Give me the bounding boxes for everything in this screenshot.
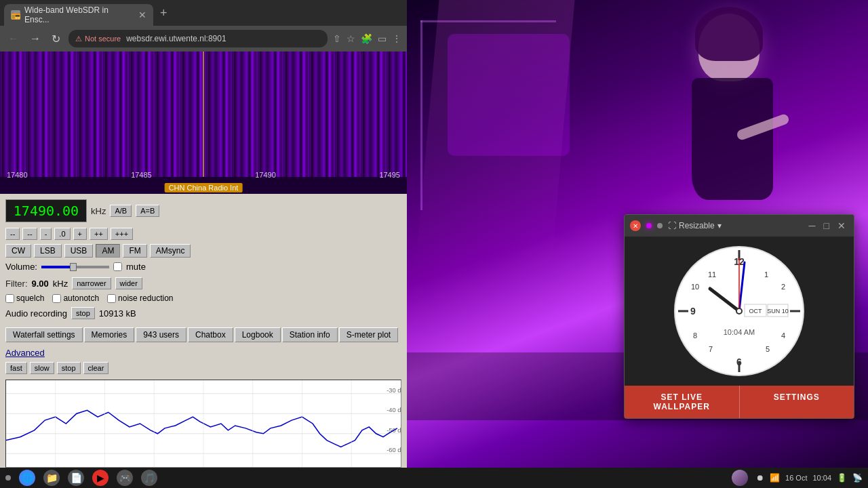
noise-reduction-checkbox[interactable] <box>107 294 116 303</box>
volume-slider[interactable] <box>41 266 109 268</box>
address-bar: ← → ↻ ⚠ Not secure websdr.ewi.utwente.nl… <box>0 26 407 52</box>
svg-text:10:04 AM: 10:04 AM <box>724 328 755 336</box>
waterfall-display[interactable]: 17480 17485 17490 17495 CHN China Radio … <box>0 52 407 194</box>
step-row: -- -- - .0 + ++ +++ <box>5 228 401 240</box>
clock-titlebar: ✕ ⛶ Resizable ▾ ─ □ ✕ <box>625 215 854 237</box>
mute-label: mute <box>126 262 146 272</box>
step-plus[interactable]: + <box>73 228 87 240</box>
url-text: websdr.ewi.utwente.nl:8901 <box>126 34 226 43</box>
step-minus[interactable]: -- <box>22 228 37 240</box>
options-row: squelch autonotch noise reduction <box>5 293 401 303</box>
squelch-checkbox[interactable] <box>5 294 14 303</box>
svg-text:6: 6 <box>736 357 742 367</box>
filter-row: Filter: 9.00 kHz narrower wider <box>5 277 401 289</box>
wider-btn[interactable]: wider <box>115 277 142 289</box>
ba-button[interactable]: A=B <box>136 205 159 217</box>
new-tab-btn[interactable]: + <box>155 6 173 20</box>
filter-label: Filter: <box>5 279 28 289</box>
network-icon[interactable]: 📶 <box>770 473 780 483</box>
step-point[interactable]: .0 <box>54 228 70 240</box>
url-bar[interactable]: ⚠ Not secure websdr.ewi.utwente.nl:8901 <box>68 30 328 47</box>
taskbar-files[interactable]: 📁 <box>43 470 60 486</box>
ab-button[interactable]: A/B <box>110 205 132 217</box>
close-btn[interactable]: ✕ <box>835 220 848 231</box>
frequency-display[interactable]: 17490.00 <box>5 199 87 222</box>
autonotch-checkbox[interactable] <box>52 294 61 303</box>
status-dot <box>646 223 652 228</box>
tab-waterfall-settings[interactable]: Waterfall settings <box>5 327 83 342</box>
clear-btn[interactable]: clear <box>83 362 109 374</box>
svg-text:5: 5 <box>766 345 770 353</box>
battery-icon: 🔋 <box>837 473 847 483</box>
mode-fm[interactable]: FM <box>123 244 146 258</box>
window-light <box>416 0 575 271</box>
step-m[interactable]: - <box>40 228 52 240</box>
stop-btn[interactable]: stop <box>57 362 81 374</box>
svg-text:-40 dB: -40 dB <box>387 407 401 413</box>
step-plusplusplus[interactable]: +++ <box>111 228 133 240</box>
user-avatar[interactable] <box>732 470 748 486</box>
clock-svg: 12 3 6 9 1 2 4 5 7 8 10 11 OCT <box>671 243 807 379</box>
step-plusplus[interactable]: ++ <box>90 228 108 240</box>
tab-chatbox[interactable]: Chatbox <box>188 327 233 342</box>
desktop-wallpaper: ✕ ⛶ Resizable ▾ ─ □ ✕ <box>407 0 868 468</box>
settings-btn[interactable]: SETTINGS <box>740 386 854 418</box>
taskbar-system-icons: ⏺ 📶 16 Oct 10:04 🔋 📡 <box>756 473 863 483</box>
narrower-btn[interactable]: narrower <box>72 277 111 289</box>
forward-btn[interactable]: → <box>27 31 43 46</box>
tab-smeter-plot[interactable]: S-meter plot <box>339 327 398 342</box>
audio-recording-row: Audio recording stop 10913 kB <box>5 307 401 319</box>
minimize-btn[interactable]: ─ <box>806 220 818 231</box>
taskbar-docs[interactable]: 📄 <box>68 470 84 486</box>
extension-icon[interactable]: 🧩 <box>361 33 372 44</box>
resizable-label: ⛶ Resizable ▾ <box>668 221 722 230</box>
tab-favicon: 📻 <box>11 10 20 20</box>
volume-thumb <box>70 263 77 271</box>
slow-btn[interactable]: slow <box>30 362 54 374</box>
tab-logbook[interactable]: Logbook <box>235 327 281 342</box>
refresh-btn[interactable]: ↻ <box>49 31 63 47</box>
frequency-row: 17490.00 kHz A/B A=B <box>5 199 401 222</box>
maximize-btn[interactable]: □ <box>821 220 832 231</box>
clock-footer: SET LIVE WALLPAPER SETTINGS <box>625 386 854 418</box>
tab-close-btn[interactable]: ✕ <box>138 9 146 20</box>
svg-text:10: 10 <box>691 283 699 291</box>
mode-am[interactable]: AM <box>96 244 120 258</box>
taskbar-youtube[interactable]: ▶ <box>92 470 108 486</box>
step-minusminus[interactable]: -- <box>5 228 20 240</box>
mode-lsb[interactable]: LSB <box>34 244 62 258</box>
tab-memories[interactable]: Memories <box>84 327 135 342</box>
taskbar-music[interactable]: 🎵 <box>141 470 157 486</box>
share-icon[interactable]: ⇧ <box>333 33 341 44</box>
window-controls: ─ □ ✕ <box>806 220 848 231</box>
autonotch-item[interactable]: autonotch <box>52 293 99 303</box>
autonotch-label: autonotch <box>63 293 99 303</box>
taskbar: 🌐 📁 📄 ▶ 🎮 🎵 ⏺ 📶 16 Oct 10:04 🔋 📡 <box>0 468 868 488</box>
mode-usb[interactable]: USB <box>64 244 94 258</box>
svg-text:11: 11 <box>708 270 716 279</box>
squelch-item[interactable]: squelch <box>5 293 44 303</box>
menu-icon[interactable]: ⋮ <box>392 33 401 44</box>
svg-text:7: 7 <box>709 345 713 353</box>
mode-amsync[interactable]: AMsync <box>150 244 191 258</box>
wifi-icon[interactable]: 📡 <box>852 473 863 483</box>
record-icon: ⏺ <box>756 473 764 483</box>
mode-cw[interactable]: CW <box>5 244 31 258</box>
cast-icon[interactable]: ▭ <box>378 33 387 44</box>
active-tab[interactable]: 📻 Wide-band WebSDR in Ensc... ✕ <box>4 4 153 26</box>
noise-reduction-item[interactable]: noise reduction <box>107 293 173 303</box>
fast-btn[interactable]: fast <box>5 362 27 374</box>
close-window-btn[interactable]: ✕ <box>630 220 641 231</box>
tab-station-info[interactable]: Station info <box>282 327 338 342</box>
set-live-wallpaper-btn[interactable]: SET LIVE WALLPAPER <box>625 386 740 418</box>
smeter-svg: -30 dB -40 dB -50 dB -60 dB <box>6 380 401 467</box>
tab-bar: 📻 Wide-band WebSDR in Ensc... ✕ + <box>0 0 407 26</box>
mute-checkbox[interactable] <box>113 262 122 271</box>
bookmark-icon[interactable]: ☆ <box>347 33 355 44</box>
back-btn[interactable]: ← <box>5 31 22 46</box>
taskbar-chrome[interactable]: 🌐 <box>19 470 35 486</box>
taskbar-play[interactable]: 🎮 <box>117 470 133 486</box>
tab-users[interactable]: 943 users <box>136 327 186 342</box>
stop-recording-btn[interactable]: stop <box>71 307 95 319</box>
advanced-label[interactable]: Advanced <box>5 348 401 358</box>
